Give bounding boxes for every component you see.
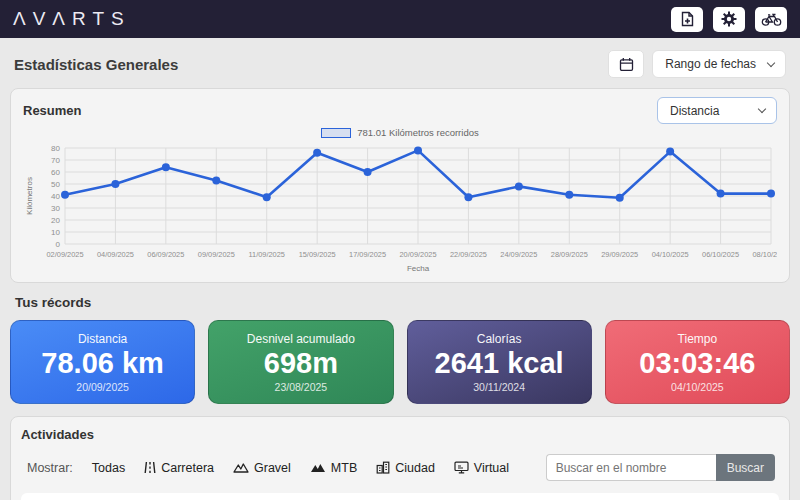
record-card-calories: Calorías 2641 kcal 30/11/2024 [407, 320, 592, 404]
mountains-outline-icon [233, 462, 249, 473]
svg-text:09/09/2025: 09/09/2025 [198, 250, 235, 259]
filter-item-label: Todas [92, 461, 125, 475]
svg-text:02/09/2025: 02/09/2025 [47, 250, 84, 259]
summary-title: Resumen [23, 103, 82, 118]
search-button[interactable]: Buscar [716, 454, 775, 481]
svg-text:28/09/2025: 28/09/2025 [551, 250, 588, 259]
svg-text:70: 70 [51, 156, 60, 165]
svg-text:17/09/2025: 17/09/2025 [349, 250, 386, 259]
svg-text:80: 80 [51, 144, 60, 153]
settings-button[interactable] [713, 7, 745, 32]
search-group: Buscar [546, 454, 775, 481]
record-value: 78.06 km [41, 349, 164, 378]
svg-text:10: 10 [51, 228, 60, 237]
svg-text:20/09/2025: 20/09/2025 [400, 250, 437, 259]
stats-header-row: Estadísticas Generales Rango de fechas [14, 50, 786, 78]
chevron-down-icon [758, 105, 766, 113]
filter-label: Mostrar: [27, 461, 73, 475]
svg-text:40: 40 [51, 192, 60, 201]
filter-todas[interactable]: Todas [92, 461, 125, 475]
records-row: Distancia 78.06 km 20/09/2025 Desnivel a… [10, 320, 790, 404]
activity-filters: Mostrar: Todas Carretera Gravel [27, 454, 775, 481]
svg-text:Fecha: Fecha [407, 264, 430, 273]
record-label: Desnivel acumulado [247, 332, 355, 346]
chart-legend[interactable]: 781.01 Kilómetros recorridos [23, 127, 777, 138]
summary-line-chart: 0102030405060708002/09/202504/09/202506/… [23, 140, 777, 280]
filter-item-label: Virtual [474, 461, 509, 475]
filter-item-label: Gravel [254, 461, 291, 475]
filter-carretera[interactable]: Carretera [144, 461, 214, 475]
bikes-button[interactable] [755, 7, 787, 32]
svg-text:15/09/2025: 15/09/2025 [299, 250, 336, 259]
filter-item-label: Carretera [161, 461, 214, 475]
records-section-title: Tus récords [15, 295, 785, 310]
dashboard-page: ΛVΛRTS [0, 0, 800, 500]
record-label: Tiempo [678, 332, 718, 346]
activities-table-header: Fecha Nombre Distancia Tiempo Tipo [21, 493, 779, 500]
monitor-icon [454, 461, 469, 474]
svg-text:60: 60 [51, 168, 60, 177]
mountains-filled-icon [310, 462, 326, 473]
record-value: 03:03:46 [639, 349, 755, 378]
svg-text:22/09/2025: 22/09/2025 [450, 250, 487, 259]
filter-mtb[interactable]: MTB [310, 461, 357, 475]
search-input[interactable] [546, 454, 716, 481]
city-icon [376, 461, 390, 474]
record-value: 698m [264, 349, 338, 378]
page-title: Estadísticas Generales [14, 56, 178, 73]
svg-text:11/09/2025: 11/09/2025 [248, 250, 284, 259]
filter-ciudad[interactable]: Ciudad [376, 461, 435, 475]
record-date: 30/11/2024 [473, 381, 525, 393]
svg-text:50: 50 [51, 180, 60, 189]
bicycle-icon [761, 12, 782, 26]
svg-text:06/09/2025: 06/09/2025 [147, 250, 184, 259]
legend-swatch-icon [321, 128, 351, 138]
svg-text:06/10/2025: 06/10/2025 [702, 250, 739, 259]
filter-item-label: MTB [331, 461, 357, 475]
svg-text:04/09/2025: 04/09/2025 [97, 250, 134, 259]
svg-text:0: 0 [56, 240, 61, 249]
filter-gravel[interactable]: Gravel [233, 461, 291, 475]
date-range-controls: Rango de fechas [608, 50, 786, 78]
record-date: 23/08/2025 [275, 381, 328, 393]
road-icon [144, 461, 156, 474]
calendar-icon [619, 57, 634, 72]
calendar-button[interactable] [608, 50, 644, 78]
svg-text:04/10/2025: 04/10/2025 [652, 250, 689, 259]
activities-title: Actividades [21, 427, 779, 442]
filter-item-label: Ciudad [395, 461, 435, 475]
record-value: 2641 kcal [435, 349, 564, 378]
record-card-distance: Distancia 78.06 km 20/09/2025 [10, 320, 195, 404]
svg-text:08/10/2025: 08/10/2025 [753, 250, 778, 259]
svg-text:24/09/2025: 24/09/2025 [500, 250, 537, 259]
metric-select[interactable]: Distancia [657, 97, 777, 124]
brand-logo: ΛVΛRTS [13, 8, 131, 30]
gear-icon [721, 11, 737, 27]
summary-card-header: Resumen Distancia [23, 97, 777, 124]
record-card-time: Tiempo 03:03:46 04/10/2025 [605, 320, 790, 404]
svg-text:20: 20 [51, 216, 60, 225]
date-range-select-value: Rango de fechas [665, 57, 756, 71]
svg-text:30: 30 [51, 204, 60, 213]
filter-virtual[interactable]: Virtual [454, 461, 509, 475]
date-range-select[interactable]: Rango de fechas [652, 50, 786, 78]
main-content: Estadísticas Generales Rango de fechas R… [0, 38, 800, 500]
record-date: 04/10/2025 [671, 381, 724, 393]
record-card-elevation: Desnivel acumulado 698m 23/08/2025 [208, 320, 393, 404]
svg-text:29/09/2025: 29/09/2025 [601, 250, 638, 259]
navbar: ΛVΛRTS [0, 0, 800, 38]
summary-card: Resumen Distancia 781.01 Kilómetros reco… [10, 88, 790, 283]
record-date: 20/09/2025 [76, 381, 129, 393]
upload-activity-button[interactable] [671, 7, 703, 32]
legend-label: 781.01 Kilómetros recorridos [357, 127, 478, 138]
navbar-actions [671, 7, 787, 32]
svg-text:Kilómetros: Kilómetros [25, 177, 34, 215]
metric-select-value: Distancia [670, 104, 719, 118]
record-label: Calorías [477, 332, 522, 346]
chevron-down-icon [767, 58, 775, 66]
activities-card: Actividades Mostrar: Todas Carretera Gr [10, 416, 790, 500]
file-plus-icon [681, 11, 694, 27]
record-label: Distancia [78, 332, 127, 346]
